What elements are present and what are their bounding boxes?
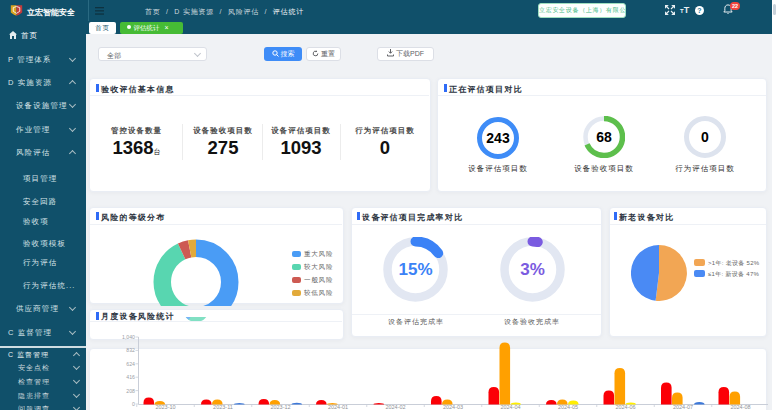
svg-text:2024-01: 2024-01 xyxy=(328,404,348,410)
svg-text:2023-11: 2023-11 xyxy=(213,404,233,410)
svg-text:416: 416 xyxy=(126,374,135,380)
svg-text:2023-12: 2023-12 xyxy=(270,404,290,410)
svg-text:2024-07: 2024-07 xyxy=(673,404,693,410)
svg-text:2023-10: 2023-10 xyxy=(155,404,175,410)
svg-text:2024-04: 2024-04 xyxy=(500,404,520,410)
svg-text:2024-08: 2024-08 xyxy=(730,404,750,410)
svg-text:208: 208 xyxy=(126,388,135,394)
svg-text:624: 624 xyxy=(126,361,135,367)
svg-text:1,040: 1,040 xyxy=(122,334,135,340)
svg-text:2024-06: 2024-06 xyxy=(615,404,635,410)
svg-text:0: 0 xyxy=(132,401,135,407)
svg-text:2024-03: 2024-03 xyxy=(443,404,463,410)
svg-text:2024-02: 2024-02 xyxy=(385,404,405,410)
svg-text:832: 832 xyxy=(126,347,135,353)
svg-text:2024-05: 2024-05 xyxy=(558,404,578,410)
